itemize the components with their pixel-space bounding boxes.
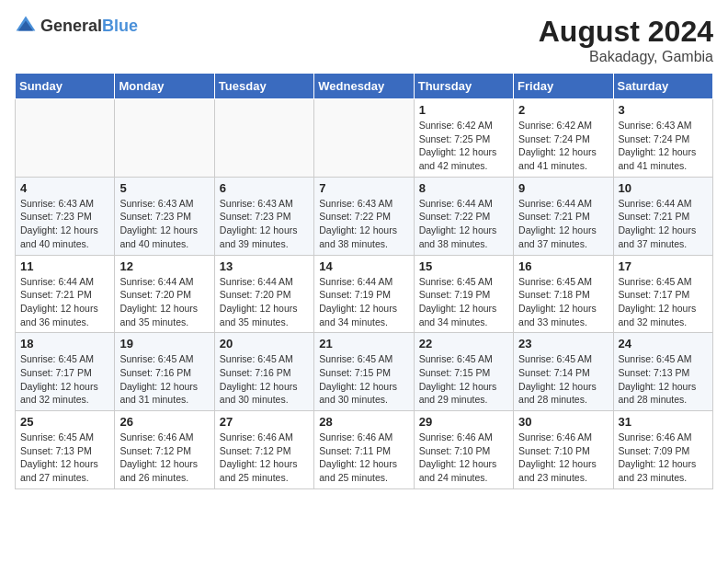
logo-icon [15, 15, 37, 37]
day-number: 27 [220, 415, 309, 429]
weekday-header-monday: Monday [115, 74, 214, 99]
day-info: Sunrise: 6:43 AM Sunset: 7:22 PM Dayligh… [319, 197, 408, 251]
calendar-cell: 4Sunrise: 6:43 AM Sunset: 7:23 PM Daylig… [16, 177, 115, 255]
calendar-cell: 31Sunrise: 6:46 AM Sunset: 7:09 PM Dayli… [613, 411, 712, 489]
calendar-cell: 26Sunrise: 6:46 AM Sunset: 7:12 PM Dayli… [115, 411, 214, 489]
day-number: 16 [518, 259, 608, 273]
day-info: Sunrise: 6:45 AM Sunset: 7:14 PM Dayligh… [518, 352, 608, 407]
calendar-cell: 6Sunrise: 6:43 AM Sunset: 7:23 PM Daylig… [214, 177, 313, 255]
day-info: Sunrise: 6:42 AM Sunset: 7:25 PM Dayligh… [419, 119, 508, 173]
day-info: Sunrise: 6:43 AM Sunset: 7:23 PM Dayligh… [220, 197, 309, 251]
day-number: 12 [119, 259, 209, 273]
day-info: Sunrise: 6:43 AM Sunset: 7:23 PM Dayligh… [119, 197, 209, 251]
logo-general: General [40, 17, 102, 35]
day-number: 8 [419, 181, 508, 195]
day-number: 15 [419, 259, 508, 273]
day-number: 2 [518, 103, 608, 117]
page-header: GeneralBlue August 2024 Bakadagy, Gambia [15, 15, 713, 65]
day-info: Sunrise: 6:45 AM Sunset: 7:17 PM Dayligh… [20, 352, 109, 407]
day-info: Sunrise: 6:45 AM Sunset: 7:18 PM Dayligh… [518, 275, 608, 329]
calendar-cell: 25Sunrise: 6:45 AM Sunset: 7:13 PM Dayli… [16, 411, 115, 489]
calendar-cell: 12Sunrise: 6:44 AM Sunset: 7:20 PM Dayli… [115, 255, 214, 333]
weekday-header-wednesday: Wednesday [314, 74, 414, 99]
calendar-week-0: 1Sunrise: 6:42 AM Sunset: 7:25 PM Daylig… [16, 99, 713, 178]
weekday-header-friday: Friday [514, 74, 613, 99]
day-info: Sunrise: 6:45 AM Sunset: 7:15 PM Dayligh… [419, 352, 508, 407]
day-info: Sunrise: 6:46 AM Sunset: 7:12 PM Dayligh… [119, 431, 209, 485]
day-number: 1 [419, 103, 508, 117]
calendar-cell: 15Sunrise: 6:45 AM Sunset: 7:19 PM Dayli… [414, 255, 513, 333]
day-number: 30 [518, 415, 608, 429]
day-number: 19 [119, 337, 209, 350]
day-info: Sunrise: 6:44 AM Sunset: 7:22 PM Dayligh… [419, 197, 508, 251]
day-number: 17 [619, 259, 708, 273]
day-number: 7 [319, 181, 408, 195]
calendar-week-1: 4Sunrise: 6:43 AM Sunset: 7:23 PM Daylig… [16, 177, 713, 255]
weekday-header-thursday: Thursday [414, 74, 513, 99]
day-info: Sunrise: 6:45 AM Sunset: 7:17 PM Dayligh… [619, 275, 708, 329]
day-info: Sunrise: 6:46 AM Sunset: 7:10 PM Dayligh… [419, 431, 508, 485]
calendar-cell: 14Sunrise: 6:44 AM Sunset: 7:19 PM Dayli… [314, 255, 414, 333]
calendar-week-4: 25Sunrise: 6:45 AM Sunset: 7:13 PM Dayli… [16, 411, 713, 489]
calendar-cell: 24Sunrise: 6:45 AM Sunset: 7:13 PM Dayli… [613, 333, 712, 411]
calendar-cell [214, 99, 313, 178]
day-info: Sunrise: 6:46 AM Sunset: 7:09 PM Dayligh… [619, 431, 708, 485]
day-number: 3 [619, 103, 708, 117]
day-number: 14 [319, 259, 408, 273]
day-number: 13 [220, 259, 309, 273]
day-number: 23 [518, 337, 608, 350]
calendar-cell [115, 99, 214, 178]
title-block: August 2024 Bakadagy, Gambia [539, 15, 713, 65]
weekday-header-tuesday: Tuesday [214, 74, 313, 99]
calendar-week-3: 18Sunrise: 6:45 AM Sunset: 7:17 PM Dayli… [16, 333, 713, 411]
day-info: Sunrise: 6:45 AM Sunset: 7:19 PM Dayligh… [419, 275, 508, 329]
calendar-cell: 10Sunrise: 6:44 AM Sunset: 7:21 PM Dayli… [613, 177, 712, 255]
day-info: Sunrise: 6:43 AM Sunset: 7:23 PM Dayligh… [20, 197, 109, 251]
day-info: Sunrise: 6:44 AM Sunset: 7:21 PM Dayligh… [20, 275, 109, 329]
day-info: Sunrise: 6:45 AM Sunset: 7:13 PM Dayligh… [20, 431, 109, 485]
day-number: 21 [319, 337, 408, 350]
calendar-cell: 23Sunrise: 6:45 AM Sunset: 7:14 PM Dayli… [514, 333, 613, 411]
day-number: 24 [619, 337, 708, 350]
day-number: 22 [419, 337, 508, 350]
calendar-cell: 21Sunrise: 6:45 AM Sunset: 7:15 PM Dayli… [314, 333, 414, 411]
calendar-cell: 17Sunrise: 6:45 AM Sunset: 7:17 PM Dayli… [613, 255, 712, 333]
day-number: 18 [20, 337, 109, 350]
day-info: Sunrise: 6:44 AM Sunset: 7:20 PM Dayligh… [220, 275, 309, 329]
calendar-cell: 19Sunrise: 6:45 AM Sunset: 7:16 PM Dayli… [115, 333, 214, 411]
calendar-cell: 1Sunrise: 6:42 AM Sunset: 7:25 PM Daylig… [414, 99, 513, 178]
calendar-cell: 8Sunrise: 6:44 AM Sunset: 7:22 PM Daylig… [414, 177, 513, 255]
calendar-cell: 28Sunrise: 6:46 AM Sunset: 7:11 PM Dayli… [314, 411, 414, 489]
day-info: Sunrise: 6:45 AM Sunset: 7:16 PM Dayligh… [119, 352, 209, 407]
weekday-header-sunday: Sunday [16, 74, 115, 99]
calendar-cell: 22Sunrise: 6:45 AM Sunset: 7:15 PM Dayli… [414, 333, 513, 411]
day-number: 25 [20, 415, 109, 429]
calendar-cell: 13Sunrise: 6:44 AM Sunset: 7:20 PM Dayli… [214, 255, 313, 333]
calendar-week-2: 11Sunrise: 6:44 AM Sunset: 7:21 PM Dayli… [16, 255, 713, 333]
calendar-cell: 7Sunrise: 6:43 AM Sunset: 7:22 PM Daylig… [314, 177, 414, 255]
calendar-cell: 2Sunrise: 6:42 AM Sunset: 7:24 PM Daylig… [514, 99, 613, 178]
weekday-header-row: SundayMondayTuesdayWednesdayThursdayFrid… [16, 74, 713, 99]
day-info: Sunrise: 6:45 AM Sunset: 7:13 PM Dayligh… [619, 352, 708, 407]
day-info: Sunrise: 6:45 AM Sunset: 7:15 PM Dayligh… [319, 352, 408, 407]
day-number: 4 [20, 181, 109, 195]
weekday-header-saturday: Saturday [613, 74, 712, 99]
day-info: Sunrise: 6:43 AM Sunset: 7:24 PM Dayligh… [619, 119, 708, 173]
calendar-cell: 20Sunrise: 6:45 AM Sunset: 7:16 PM Dayli… [214, 333, 313, 411]
day-info: Sunrise: 6:44 AM Sunset: 7:19 PM Dayligh… [319, 275, 408, 329]
day-info: Sunrise: 6:44 AM Sunset: 7:21 PM Dayligh… [619, 197, 708, 251]
day-number: 28 [319, 415, 408, 429]
calendar-cell: 3Sunrise: 6:43 AM Sunset: 7:24 PM Daylig… [613, 99, 712, 178]
calendar-cell [16, 99, 115, 178]
day-info: Sunrise: 6:46 AM Sunset: 7:12 PM Dayligh… [220, 431, 309, 485]
month-year: August 2024 [539, 15, 713, 49]
day-number: 29 [419, 415, 508, 429]
day-number: 26 [119, 415, 209, 429]
logo: GeneralBlue [15, 15, 138, 37]
day-info: Sunrise: 6:44 AM Sunset: 7:21 PM Dayligh… [518, 197, 608, 251]
calendar-cell: 5Sunrise: 6:43 AM Sunset: 7:23 PM Daylig… [115, 177, 214, 255]
calendar-cell: 30Sunrise: 6:46 AM Sunset: 7:10 PM Dayli… [514, 411, 613, 489]
day-info: Sunrise: 6:42 AM Sunset: 7:24 PM Dayligh… [518, 119, 608, 173]
calendar-table: SundayMondayTuesdayWednesdayThursdayFrid… [15, 73, 713, 489]
day-number: 6 [220, 181, 309, 195]
